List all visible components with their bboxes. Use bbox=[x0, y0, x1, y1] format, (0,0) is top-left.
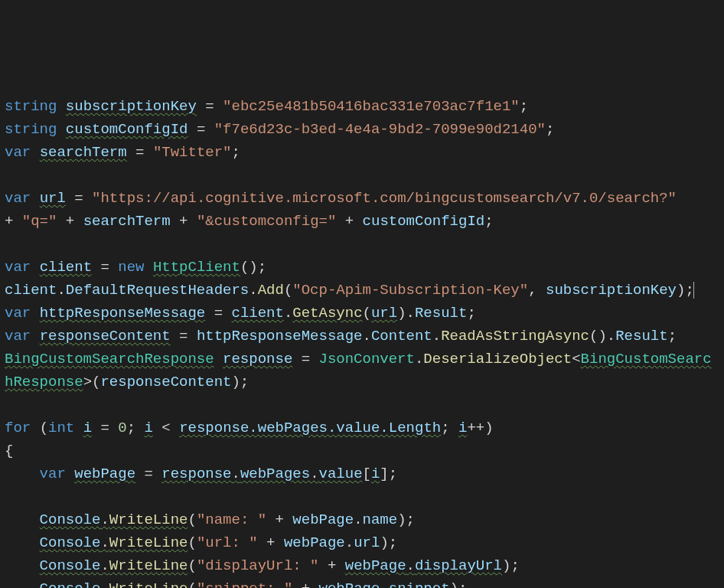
type-Console: Console bbox=[40, 557, 101, 574]
keyword-string: string bbox=[5, 98, 57, 115]
keyword-var: var bbox=[5, 190, 31, 207]
prop-path: response.webPages.value.Length bbox=[179, 420, 441, 436]
var-ref: customConfigId bbox=[363, 213, 485, 230]
var-client: client bbox=[40, 259, 92, 276]
type-JsonConvert: JsonConvert bbox=[319, 351, 415, 368]
prop-ref: Result bbox=[615, 328, 667, 345]
var-customConfigId: customConfigId bbox=[66, 121, 188, 138]
method-GetAsync: GetAsync bbox=[292, 305, 362, 322]
var-ref: httpResponseMessage bbox=[197, 328, 363, 345]
type-HttpClient: HttpClient bbox=[153, 259, 240, 276]
string-literal: "&customconfig=" bbox=[197, 213, 336, 230]
type-Console: Console bbox=[40, 511, 101, 528]
prop-ref: url bbox=[354, 534, 380, 551]
string-literal: "ebc25e481b50416bac331e703ac7f1e1" bbox=[223, 98, 520, 115]
var-ref: searchTerm bbox=[83, 213, 171, 230]
type-Console: Console bbox=[40, 534, 101, 551]
var-httpResponseMessage: httpResponseMessage bbox=[40, 305, 206, 322]
text-cursor bbox=[693, 282, 694, 299]
keyword-var: var bbox=[5, 328, 31, 345]
var-ref: webPage bbox=[284, 534, 345, 551]
prop-ref: displayUrl bbox=[415, 557, 502, 574]
keyword-for: for bbox=[5, 420, 31, 436]
string-literal: "url: " bbox=[197, 534, 258, 551]
string-literal: "Twitter" bbox=[153, 144, 232, 161]
var-webPage: webPage bbox=[74, 466, 135, 482]
var-responseContent: responseContent bbox=[40, 328, 171, 345]
prop-ref: value bbox=[319, 466, 363, 482]
prop-ref: Result bbox=[415, 305, 467, 322]
string-literal: "q=" bbox=[22, 213, 57, 230]
var-ref: responseContent bbox=[100, 374, 231, 390]
var-url: url bbox=[40, 190, 66, 207]
keyword-var: var bbox=[40, 466, 66, 482]
prop-ref: DefaultRequestHeaders bbox=[66, 282, 249, 299]
method-WriteLine: WriteLine bbox=[109, 580, 188, 588]
var-response: response bbox=[223, 351, 292, 368]
var-ref: client bbox=[231, 305, 283, 322]
var-ref: response bbox=[161, 466, 231, 482]
var-ref: i bbox=[145, 420, 153, 436]
var-ref: client bbox=[5, 282, 57, 299]
prop-ref: webPages bbox=[240, 466, 310, 482]
number-literal: 0 bbox=[118, 420, 126, 436]
string-literal: "name: " bbox=[197, 511, 266, 528]
keyword-string: string bbox=[5, 121, 57, 138]
string-literal: "Ocp-Apim-Subscription-Key" bbox=[292, 282, 528, 299]
method-WriteLine: WriteLine bbox=[109, 534, 188, 551]
var-ref: i bbox=[371, 466, 380, 482]
var-ref: url bbox=[371, 305, 397, 322]
var-subscriptionKey: subscriptionKey bbox=[66, 98, 197, 115]
var-ref: webPage bbox=[319, 580, 380, 588]
prop-ref: Content bbox=[371, 328, 432, 345]
var-ref: webPage bbox=[345, 557, 406, 574]
prop-ref: name bbox=[363, 511, 398, 528]
method-WriteLine: WriteLine bbox=[109, 557, 188, 574]
keyword-var: var bbox=[5, 144, 31, 161]
var-searchTerm: searchTerm bbox=[40, 144, 127, 161]
string-literal: "f7e6d23c-b3ed-4e4a-9bd2-7099e90d2140" bbox=[214, 121, 546, 138]
string-literal: "https://api.cognitive.microsoft.com/bin… bbox=[92, 190, 677, 207]
method-Add: Add bbox=[258, 282, 284, 299]
prop-ref: snippet bbox=[389, 580, 450, 588]
keyword-var: var bbox=[5, 305, 31, 322]
var-ref: subscriptionKey bbox=[546, 282, 677, 299]
type-Console: Console bbox=[40, 580, 101, 588]
method-ReadAsStringAsync: ReadAsStringAsync bbox=[441, 328, 589, 345]
method-DeserializeObject: DeserializeObject bbox=[423, 351, 572, 368]
keyword-int: int bbox=[48, 420, 74, 436]
type-BingCustomSearchResponse: BingCustomSearchResponse bbox=[5, 351, 214, 368]
var-ref: i bbox=[458, 420, 467, 436]
string-literal: "snippet: " bbox=[197, 580, 292, 588]
keyword-new: new bbox=[118, 259, 144, 276]
var-ref: webPage bbox=[292, 511, 354, 528]
string-literal: "displayUrl: " bbox=[197, 557, 319, 574]
method-WriteLine: WriteLine bbox=[109, 511, 188, 528]
keyword-var: var bbox=[5, 259, 31, 276]
code-editor-content[interactable]: string subscriptionKey = "ebc25e481b5041… bbox=[5, 95, 719, 588]
var-i: i bbox=[83, 420, 92, 436]
